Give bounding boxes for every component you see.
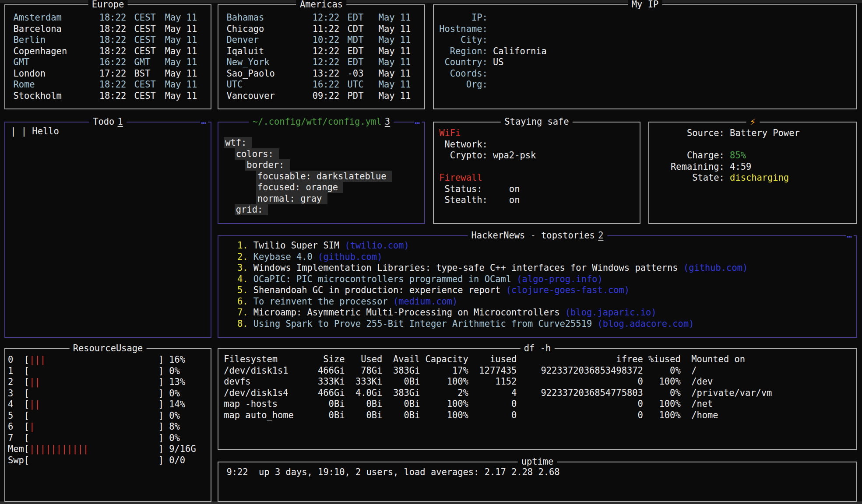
hn-story[interactable]: 1. Twilio Super SIM (twilio.com) [237,240,856,252]
clock-city: Copenhagen [13,46,88,57]
resource-value: 16% [169,354,185,366]
ip-field: Coords: [439,68,856,80]
panel-df[interactable]: df -h FilesystemSizeUsedAvailCapacityius… [218,348,857,450]
battery-field: State:discharging [671,172,856,184]
df-cell: 0 [517,410,643,421]
hn-rank: 7. [237,307,248,318]
df-cell: devfs [224,376,307,388]
clock-time: 12:22 [302,57,339,68]
ip-field: City: [439,35,856,46]
ip-field-value [488,24,856,35]
df-cell: 0Bi [307,410,345,421]
safety-lines: WiFiNetwork:Crypto: wpa2-psk FirewallSta… [434,122,640,206]
resource-row: 2[||]13% [8,377,211,388]
battery-field-value: 85% [725,150,856,161]
clock-timezone: -03 [339,68,374,80]
hn-rank: 1. [237,240,248,251]
battery-field-label: State: [671,172,725,184]
panel-hackernews[interactable]: HackerNews - topstories2 … 1. Twilio Sup… [218,235,857,338]
hn-story[interactable]: 5. Shenandoah GC in production: experien… [237,285,856,296]
hn-story[interactable]: 4. OCaPIC: PIC microcontrollers programm… [237,274,856,285]
clock-timezone: UTC [339,79,374,91]
panel-todo[interactable]: Todo1 … | | Hello [4,122,211,338]
hn-story[interactable]: 8. Using Spark to Prove 255-Bit Integer … [237,318,856,330]
panel-europe-clocks[interactable]: Europe Amsterdam18:22CESTMay 11Barcelona… [4,4,211,109]
resource-label: 5 [8,410,24,422]
df-cell: 466Gi [307,365,345,377]
df-cell: 0 [517,399,643,410]
config-widget-index: 3 [385,116,390,127]
clock-date: May 11 [374,79,424,91]
resource-label: 0 [8,354,24,366]
clock-time: 09:22 [302,91,339,102]
clock-city: GMT [13,57,88,68]
resource-bars [29,388,158,399]
clock-timezone: GMT [126,57,161,68]
battery-field-value: discharging [725,172,856,184]
df-cell: /private/var/vm [681,388,856,399]
df-cell: 0Bi [307,399,345,410]
hn-story-title: To reinvent the processor [248,296,393,307]
clock-city: Sao_Paolo [226,68,302,80]
df-cell: 9223372036853498372 [517,365,643,377]
clock-timezone: PDT [339,91,374,102]
safety-line: Network: [434,139,640,150]
config-line: wtf: [224,137,424,149]
clock-city: Rome [13,79,88,91]
clock-date: May 11 [161,12,211,24]
clock-row: Copenhagen18:22CESTMay 11 [13,46,211,57]
clock-time: 18:22 [88,35,126,46]
config-line: grid: [224,204,424,216]
hn-story[interactable]: 6. To reinvent the processor (medium.com… [237,296,856,308]
ip-field-label: Coords: [439,68,487,80]
hn-story[interactable]: 7. Microamp: Asymmetric Multi-Processing… [237,307,856,318]
panel-title-hackernews: HackerNews - topstories2 [468,230,607,242]
panel-title-staying-safe: Staying safe [501,116,573,128]
clock-timezone: CEST [126,79,161,91]
clock-city: Denver [226,35,302,46]
panel-americas-clocks[interactable]: Americas Bahamas12:22EDTMay 11Chicago11:… [218,4,425,109]
clock-timezone: CDT [339,24,374,35]
clock-row: Vancouver09:22PDTMay 11 [226,91,424,102]
clock-row: London17:22BSTMay 11 [13,68,211,80]
panel-my-ip[interactable]: My IP IP:Hostname:City:Region:California… [433,4,857,109]
df-cell: map auto_home [224,410,307,421]
safety-line: Crypto: wpa2-psk [434,150,640,161]
panel-title-resource-usage: ResourceUsage [69,343,147,354]
config-line: border: [224,160,424,171]
df-cell: /net [681,399,856,410]
todo-item[interactable]: | | Hello [11,126,211,137]
battery-field-value: 4:59 [725,161,856,173]
hn-story[interactable]: 2. Keybase 4.0 (github.com) [237,252,856,263]
df-cell: 0 [468,410,517,421]
clock-row: Chicago11:22CDTMay 11 [226,24,424,35]
clock-date: May 11 [374,68,424,80]
clock-timezone: CEST [126,91,161,102]
clock-time: 17:22 [88,68,126,80]
panel-staying-safe[interactable]: Staying safe WiFiNetwork:Crypto: wpa2-ps… [433,122,640,224]
config-line: focused: orange [224,182,424,193]
panel-uptime[interactable]: uptime 9:22 up 3 days, 19:10, 2 users, l… [218,462,857,502]
resource-row: Swp[]0/0 [8,455,211,466]
clock-row: Rome18:22CESTMay 11 [13,79,211,91]
df-cell: 100% [643,410,681,421]
panel-resource-usage[interactable]: ResourceUsage 0[|||]16%1[]0%2[||]13%3[]0… [4,348,211,502]
terminal-top-strip [0,0,862,3]
ip-field-label: Org: [439,79,487,91]
df-cell: 100% [420,399,468,410]
panel-config-yml[interactable]: ~/.config/wtf/config.yml3 … wtf:colors:b… [218,122,425,224]
battery-spacer [671,139,856,150]
clock-row: Sao_Paolo13:22-03May 11 [226,68,424,80]
panel-battery[interactable]: ⚡ Source:Battery Power Charge:85%Remaini… [648,122,857,224]
df-body: FilesystemSizeUsedAvailCapacityiusedifre… [218,349,856,421]
clock-time: 18:22 [88,46,126,57]
panel-title-battery: ⚡ [746,116,760,128]
hn-story-domain: (medium.com) [393,296,457,307]
resource-value: 13% [169,377,185,388]
df-cell: 383Gi [382,365,420,377]
clock-row: Bahamas12:22EDTMay 11 [226,12,424,24]
hn-story[interactable]: 3. Windows Implementation Libraries: typ… [237,262,856,274]
battery-field-label: Remaining: [671,161,725,173]
clock-time: 13:22 [302,68,339,80]
df-header-cell: Size [307,354,345,365]
